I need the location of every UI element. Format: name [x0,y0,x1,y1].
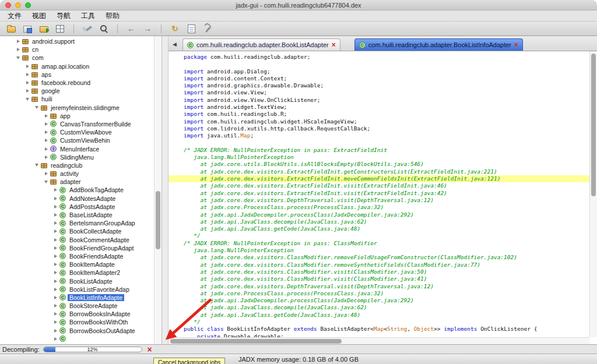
tab-scroll-left-button[interactable]: ◀ [173,41,177,47]
tree-scrollbar[interactable] [154,36,161,344]
expand-arrow-icon[interactable] [24,63,30,69]
collapse-arrow-icon[interactable] [15,55,21,61]
expand-arrow-icon[interactable] [43,154,49,160]
zoom-button[interactable] [25,2,31,8]
menu-item-file[interactable]: 文件 [2,11,27,21]
menu-item-view[interactable]: 视图 [27,11,51,21]
tree-item[interactable]: C [0,335,154,343]
expand-arrow-icon[interactable] [52,319,58,325]
tree-item[interactable]: CAddNotesAdapte [0,195,154,203]
expand-arrow-icon[interactable] [43,137,49,143]
tree-item[interactable]: facebook.rebound [0,79,154,87]
title-bar[interactable]: jadx-gui - com.huili.readingclub6477804.… [0,0,597,10]
expand-arrow-icon[interactable] [43,129,49,135]
expand-arrow-icon[interactable] [52,204,58,210]
tab-close-button[interactable]: × [332,41,336,48]
tree-item[interactable]: CBookItemAdapte [0,260,154,268]
tree-item[interactable]: CAddBookTagAdapte [0,186,154,194]
expand-arrow-icon[interactable] [52,287,58,292]
tree-scrollbar-thumb[interactable] [156,191,160,249]
cancel-jobs-button[interactable]: × [148,345,152,354]
expand-arrow-icon[interactable] [24,88,30,94]
tree-item[interactable]: CBookFriendsAdapte [0,252,154,260]
expand-arrow-icon[interactable] [52,270,58,275]
collapse-arrow-icon[interactable] [34,105,40,111]
open-file-button[interactable] [4,23,18,35]
expand-arrow-icon[interactable] [52,261,58,267]
editor-vscrollbar-thumb[interactable] [591,54,596,196]
menu-item-tools[interactable]: 工具 [76,11,100,21]
expand-arrow-icon[interactable] [15,47,21,52]
expand-arrow-icon[interactable] [52,245,58,251]
preferences-button[interactable] [201,23,215,35]
tree-item[interactable]: CBookCommentAdapte [0,236,154,244]
tree-item[interactable]: activity [0,169,154,178]
tree-item[interactable]: jeremyfeinstein.slidingme [0,104,154,112]
tree-item[interactable]: CBookStoreAdapte [0,302,154,310]
expand-arrow-icon[interactable] [52,336,58,342]
expand-arrow-icon[interactable] [52,212,58,218]
tree-item[interactable]: CBorrowBooksWithOth [0,318,154,326]
expand-arrow-icon[interactable] [24,72,30,77]
tree-item[interactable]: CBorrowBooksOutAdapte [0,327,154,335]
expand-arrow-icon[interactable] [52,311,58,317]
expand-arrow-icon[interactable] [52,303,58,309]
export-gradle-button[interactable] [37,23,51,35]
tree-item[interactable]: CCustomViewAbove [0,128,154,136]
tree-item[interactable]: CBorrowBooksInAdapte [0,310,154,318]
tree-item[interactable]: CBertelsmannGroupAdap [0,219,154,227]
tree-item[interactable]: CBaseListAdapte [0,211,154,219]
tree-item[interactable]: google [0,87,154,95]
tree-item[interactable]: CBookListFavoriteAdap [0,285,154,294]
expand-arrow-icon[interactable] [52,295,58,301]
panel-splitter[interactable] [162,36,168,344]
expand-arrow-icon[interactable] [15,38,21,44]
save-all-button[interactable] [20,23,34,35]
minimize-button[interactable] [15,2,21,8]
close-button[interactable] [5,2,11,8]
tree-item[interactable]: CCustomViewBehin [0,136,154,144]
expand-arrow-icon[interactable] [52,278,58,284]
expand-arrow-icon[interactable] [43,146,49,152]
package-tree-panel[interactable]: android.supportcncomamap.api.locationaps… [0,36,162,344]
tab[interactable]: Ccom.huili.readingclub.adapter.BookListA… [182,38,340,51]
deobfuscation-button[interactable] [80,23,94,35]
expand-arrow-icon[interactable] [52,228,58,234]
code-editor[interactable]: package com.huili.readingclub.adapter; i… [168,51,597,344]
text-search-button[interactable] [97,23,111,35]
sync-button[interactable]: ↻ [168,23,182,35]
expand-arrow-icon[interactable] [52,220,58,226]
expand-arrow-icon[interactable] [52,196,58,202]
tree-item[interactable]: CCanvasTransformerBuilde [0,120,154,128]
menu-item-navigation[interactable]: 导航 [51,11,76,21]
collapse-arrow-icon[interactable] [43,179,49,185]
tree-item[interactable]: CBookListAdapte [0,277,154,285]
collapse-arrow-icon[interactable] [24,96,30,102]
tree-item[interactable]: CBookListInfoAdapte [0,294,154,302]
tree-item[interactable]: CAddPostsAdapte [0,203,154,211]
tree-item[interactable]: CSlidingMenu [0,153,154,161]
tree-item[interactable]: aps [0,70,154,79]
menu-item-help[interactable]: 帮助 [100,11,125,21]
tree-item[interactable]: readingclub [0,161,154,169]
editor-hscrollbar[interactable] [168,337,589,344]
tree-item[interactable]: app [0,112,154,120]
expand-arrow-icon[interactable] [43,121,49,127]
tree-item[interactable]: CBookCollectAdapte [0,227,154,235]
tree-item[interactable]: com [0,54,154,62]
package-tree[interactable]: android.supportcncomamap.api.locationaps… [0,37,154,344]
tree-item[interactable]: amap.api.location [0,62,154,70]
tab-active[interactable]: Ccom.huili.readingclub.adapter.BookListI… [354,38,523,51]
editor-vscrollbar[interactable] [589,51,597,337]
collapse-arrow-icon[interactable] [34,162,40,168]
expand-arrow-icon[interactable] [43,113,49,119]
tree-item[interactable]: IMenuInterface [0,144,154,153]
expand-arrow-icon[interactable] [52,328,58,334]
tree-item[interactable]: cn [0,45,154,54]
tree-item[interactable]: CBookFriendGroupAdapt [0,244,154,252]
reload-button[interactable] [53,23,67,35]
tree-item[interactable]: huili [0,95,154,103]
expand-arrow-icon[interactable] [52,187,58,193]
editor-hscrollbar-thumb[interactable] [170,339,342,344]
nav-back-button[interactable]: ← [124,23,138,35]
